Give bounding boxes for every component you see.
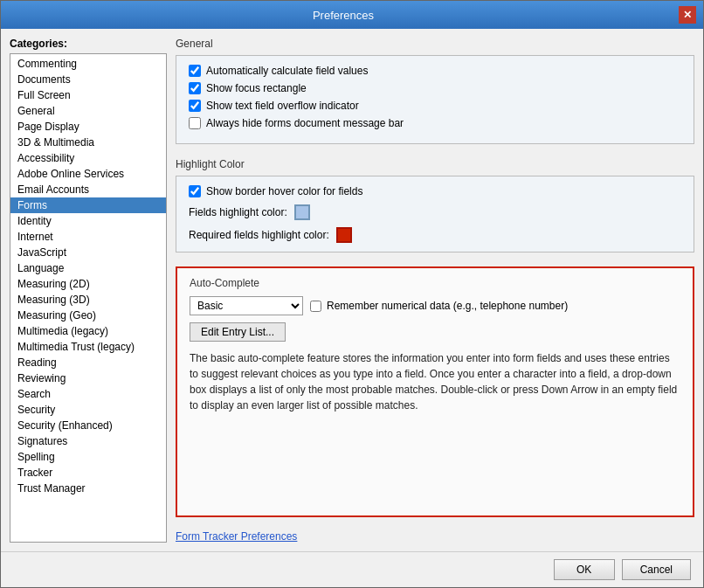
auto-calculate-label[interactable]: Automatically calculate field values	[206, 65, 368, 77]
preferences-dialog: Preferences ✕ Categories: CommentingDocu…	[0, 0, 704, 588]
sidebar-item-full-screen[interactable]: Full Screen	[10, 87, 166, 103]
show-overflow-row: Show text field overflow indicator	[189, 100, 681, 112]
edit-entry-button[interactable]: Edit Entry List...	[190, 322, 286, 342]
main-content: General Automatically calculate field va…	[176, 38, 694, 543]
sidebar-item-trust-manager[interactable]: Trust Manager	[10, 481, 166, 496]
sidebar-item-general[interactable]: General	[10, 103, 166, 119]
title-bar: Preferences ✕	[1, 1, 703, 29]
remember-numerical-label[interactable]: Remember numerical data (e.g., telephone…	[327, 300, 568, 312]
sidebar-item-javascript[interactable]: JavaScript	[10, 245, 166, 260]
autocomplete-section: Auto-Complete None Basic Advanced Rememb…	[176, 266, 694, 517]
sidebar-item-internet[interactable]: Internet	[10, 229, 166, 245]
highlight-section: Highlight Color Show border hover color …	[176, 158, 694, 258]
sidebar-item-multimedia-trust[interactable]: Multimedia Trust (legacy)	[10, 339, 166, 355]
link-row: Form Tracker Preferences	[176, 529, 694, 543]
remember-numerical-row: Remember numerical data (e.g., telephone…	[310, 300, 568, 312]
general-label: General	[176, 38, 694, 50]
always-hide-label[interactable]: Always hide forms document message bar	[206, 117, 404, 129]
fields-highlight-row: Fields highlight color:	[189, 204, 681, 220]
remember-numerical-checkbox[interactable]	[310, 301, 321, 312]
required-highlight-label: Required fields highlight color:	[189, 229, 329, 241]
sidebar-item-reviewing[interactable]: Reviewing	[10, 370, 166, 386]
sidebar-item-spelling[interactable]: Spelling	[10, 449, 166, 465]
dialog-footer: OK Cancel	[1, 551, 703, 587]
required-highlight-row: Required fields highlight color:	[189, 227, 681, 243]
sidebar-item-page-display[interactable]: Page Display	[10, 119, 166, 135]
show-border-checkbox[interactable]	[189, 185, 201, 197]
show-border-row: Show border hover color for fields	[189, 185, 681, 197]
always-hide-checkbox[interactable]	[189, 117, 201, 129]
sidebar-item-documents[interactable]: Documents	[10, 72, 166, 87]
fields-highlight-color-box[interactable]	[294, 204, 310, 220]
autocomplete-controls-row: None Basic Advanced Remember numerical d…	[190, 296, 680, 315]
show-focus-row: Show focus rectangle	[189, 82, 681, 94]
dialog-body: Categories: CommentingDocumentsFull Scre…	[1, 29, 703, 551]
sidebar: Categories: CommentingDocumentsFull Scre…	[10, 38, 167, 543]
show-border-label[interactable]: Show border hover color for fields	[206, 185, 362, 197]
fields-highlight-label: Fields highlight color:	[189, 206, 287, 218]
sidebar-item-language[interactable]: Language	[10, 260, 166, 276]
required-highlight-color-box[interactable]	[336, 227, 352, 243]
sidebar-item-reading[interactable]: Reading	[10, 355, 166, 370]
autocomplete-label: Auto-Complete	[190, 277, 680, 289]
sidebar-item-commenting[interactable]: Commenting	[10, 56, 166, 72]
auto-calculate-row: Automatically calculate field values	[189, 65, 681, 77]
sidebar-item-adobe-online[interactable]: Adobe Online Services	[10, 166, 166, 182]
autocomplete-select[interactable]: None Basic Advanced	[190, 296, 303, 315]
sidebar-item-measuring-geo[interactable]: Measuring (Geo)	[10, 308, 166, 323]
sidebar-item-accessibility[interactable]: Accessibility	[10, 150, 166, 166]
show-focus-checkbox[interactable]	[189, 82, 201, 94]
ok-button[interactable]: OK	[554, 559, 615, 580]
sidebar-item-multimedia-legacy[interactable]: Multimedia (legacy)	[10, 323, 166, 339]
sidebar-item-email-accounts[interactable]: Email Accounts	[10, 182, 166, 197]
categories-label: Categories:	[10, 38, 167, 50]
auto-calculate-checkbox[interactable]	[189, 65, 201, 77]
sidebar-item-identity[interactable]: Identity	[10, 213, 166, 229]
dialog-title: Preferences	[8, 9, 679, 22]
sidebar-item-measuring-2d[interactable]: Measuring (2D)	[10, 276, 166, 292]
close-button[interactable]: ✕	[679, 6, 696, 24]
sidebar-item-search[interactable]: Search	[10, 386, 166, 402]
show-focus-label[interactable]: Show focus rectangle	[206, 82, 307, 94]
always-hide-row: Always hide forms document message bar	[189, 117, 681, 129]
sidebar-item-security-enhanced[interactable]: Security (Enhanced)	[10, 418, 166, 433]
autocomplete-description: The basic auto-complete feature stores t…	[190, 350, 680, 413]
form-tracker-link[interactable]: Form Tracker Preferences	[176, 530, 297, 543]
general-box: Automatically calculate field values Sho…	[176, 55, 694, 144]
sidebar-item-security[interactable]: Security	[10, 402, 166, 418]
sidebar-item-3d-multimedia[interactable]: 3D & Multimedia	[10, 135, 166, 150]
highlight-label: Highlight Color	[176, 158, 694, 170]
sidebar-item-measuring-3d[interactable]: Measuring (3D)	[10, 292, 166, 308]
sidebar-item-forms[interactable]: Forms	[10, 197, 166, 213]
general-section: General Automatically calculate field va…	[176, 38, 694, 149]
cancel-button[interactable]: Cancel	[622, 559, 691, 580]
highlight-box: Show border hover color for fields Field…	[176, 176, 694, 252]
show-overflow-label[interactable]: Show text field overflow indicator	[206, 100, 359, 112]
sidebar-list: CommentingDocumentsFull ScreenGeneralPag…	[10, 53, 167, 543]
sidebar-item-tracker[interactable]: Tracker	[10, 465, 166, 481]
sidebar-item-signatures[interactable]: Signatures	[10, 433, 166, 449]
show-overflow-checkbox[interactable]	[189, 100, 201, 112]
